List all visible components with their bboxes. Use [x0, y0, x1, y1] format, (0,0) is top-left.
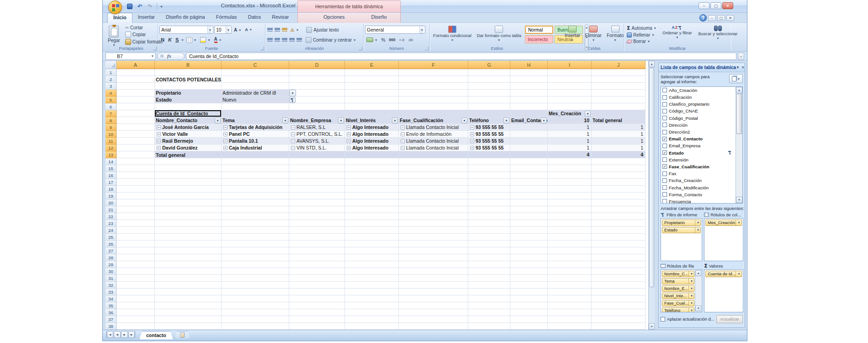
- cell[interactable]: [510, 213, 548, 220]
- pivot-header-cell[interactable]: Tema▼: [222, 117, 289, 124]
- cell[interactable]: [468, 90, 510, 96]
- cell[interactable]: [592, 179, 646, 186]
- insert-sheet-tab[interactable]: [175, 331, 190, 338]
- row-header[interactable]: 12: [106, 145, 116, 151]
- collapse-icon[interactable]: −: [401, 132, 405, 136]
- cell[interactable]: [510, 69, 548, 76]
- scroll-up-icon[interactable]: ▲: [649, 61, 655, 67]
- cell[interactable]: [548, 213, 592, 220]
- cell[interactable]: [289, 268, 345, 275]
- cell[interactable]: [155, 295, 222, 302]
- cell[interactable]: [345, 69, 399, 76]
- cell[interactable]: [592, 199, 646, 206]
- cell[interactable]: [592, 234, 646, 241]
- cell[interactable]: [345, 151, 399, 158]
- cell[interactable]: [548, 69, 592, 76]
- cell[interactable]: [399, 193, 468, 199]
- cell[interactable]: [548, 309, 592, 316]
- cell[interactable]: [468, 241, 510, 247]
- cell[interactable]: [222, 186, 289, 193]
- cell[interactable]: [345, 254, 399, 261]
- cell[interactable]: [345, 103, 399, 110]
- cell[interactable]: [155, 186, 222, 193]
- field-list-item[interactable]: Código_CNAE: [661, 107, 742, 114]
- cell[interactable]: [468, 289, 510, 295]
- cell[interactable]: [548, 193, 592, 199]
- cell[interactable]: [116, 254, 155, 261]
- pivot-data-cell[interactable]: −Llamada Contacto Inicial: [399, 145, 468, 151]
- filter-dropdown-icon[interactable]: ▼: [338, 118, 344, 123]
- collapse-icon[interactable]: −: [223, 132, 228, 136]
- collapse-icon[interactable]: −: [470, 132, 474, 136]
- doc-close-button[interactable]: ✕: [726, 15, 734, 21]
- row-header[interactable]: 31: [106, 275, 116, 282]
- cell[interactable]: [289, 103, 345, 110]
- row-header[interactable]: 13: [106, 151, 116, 158]
- cell[interactable]: [116, 289, 155, 295]
- sort-filter-button[interactable]: AZ Ordenar y filtrar▼: [661, 25, 694, 44]
- cell[interactable]: [548, 158, 592, 165]
- cell[interactable]: [222, 213, 289, 220]
- field-list-item[interactable]: ✓Fase_Cualificación: [661, 163, 742, 170]
- field-list-item[interactable]: ✓Email_Contacto: [661, 135, 742, 142]
- row-header[interactable]: 14: [106, 158, 116, 165]
- pivot-header-cell[interactable]: Nivel_Interés▼: [345, 117, 399, 124]
- cell[interactable]: [116, 69, 155, 76]
- cell[interactable]: [592, 295, 646, 302]
- cell[interactable]: [289, 158, 345, 165]
- alignment-dialog-launcher-icon[interactable]: [359, 47, 362, 50]
- cell[interactable]: [289, 193, 345, 199]
- field-checkbox[interactable]: [662, 116, 667, 120]
- cell[interactable]: [116, 110, 155, 117]
- cell-style-incorrecto[interactable]: Incorrecto: [525, 35, 553, 43]
- help-icon[interactable]: ?: [699, 14, 707, 21]
- pane-menu-icon[interactable]: ▼: [736, 65, 740, 70]
- cell[interactable]: [468, 316, 510, 323]
- row-scroll-down-icon[interactable]: ▼: [695, 305, 701, 311]
- field-scroll-thumb[interactable]: [736, 94, 742, 134]
- column-header[interactable]: F: [399, 61, 468, 69]
- collapse-icon[interactable]: −: [291, 139, 295, 143]
- cell[interactable]: [289, 172, 345, 179]
- cell[interactable]: [222, 295, 289, 302]
- cell[interactable]: [222, 158, 289, 165]
- cell[interactable]: [399, 275, 468, 282]
- column-header[interactable]: D: [289, 61, 345, 69]
- row-header[interactable]: 38: [106, 323, 116, 330]
- cell[interactable]: [592, 165, 646, 172]
- collapse-icon[interactable]: −: [157, 139, 161, 143]
- cell[interactable]: [399, 268, 468, 275]
- cell[interactable]: [468, 199, 510, 206]
- field-list-item[interactable]: Forma_Contacto: [661, 191, 742, 198]
- pill-dropdown-icon[interactable]: ▼: [688, 293, 693, 299]
- collapse-icon[interactable]: −: [157, 125, 161, 129]
- cell[interactable]: [222, 316, 289, 323]
- row-header[interactable]: 2: [106, 76, 116, 83]
- row-header[interactable]: 35: [106, 302, 116, 309]
- cell[interactable]: [289, 76, 345, 83]
- cell[interactable]: [289, 206, 345, 213]
- pivot-data-cell[interactable]: −AVANSYS, S.L.: [289, 138, 345, 145]
- cell[interactable]: [399, 302, 468, 309]
- cell[interactable]: [345, 206, 399, 213]
- column-header[interactable]: I: [548, 61, 592, 69]
- pivot-value-cell[interactable]: 1: [548, 124, 592, 131]
- cell[interactable]: [468, 76, 510, 83]
- ribbon-tab[interactable]: Datos: [243, 13, 267, 23]
- cell[interactable]: [399, 206, 468, 213]
- cell[interactable]: [116, 165, 155, 172]
- field-checkbox[interactable]: [662, 123, 667, 127]
- percent-button[interactable]: %: [380, 37, 386, 43]
- align-right-icon[interactable]: [281, 37, 288, 43]
- pill-dropdown-icon[interactable]: ▼: [695, 220, 699, 225]
- cell[interactable]: [399, 90, 468, 96]
- name-box[interactable]: B7▼: [106, 53, 156, 60]
- row-header[interactable]: 17: [106, 179, 116, 186]
- merge-center-button[interactable]: Combinar y centrar▼: [304, 37, 357, 43]
- row-header[interactable]: 20: [106, 199, 116, 206]
- italic-button[interactable]: K: [167, 37, 173, 43]
- defer-update-checkbox[interactable]: [661, 317, 665, 322]
- cell[interactable]: [592, 254, 646, 261]
- filter-dropdown-icon[interactable]: ▼: [503, 118, 509, 123]
- cell[interactable]: [548, 241, 592, 247]
